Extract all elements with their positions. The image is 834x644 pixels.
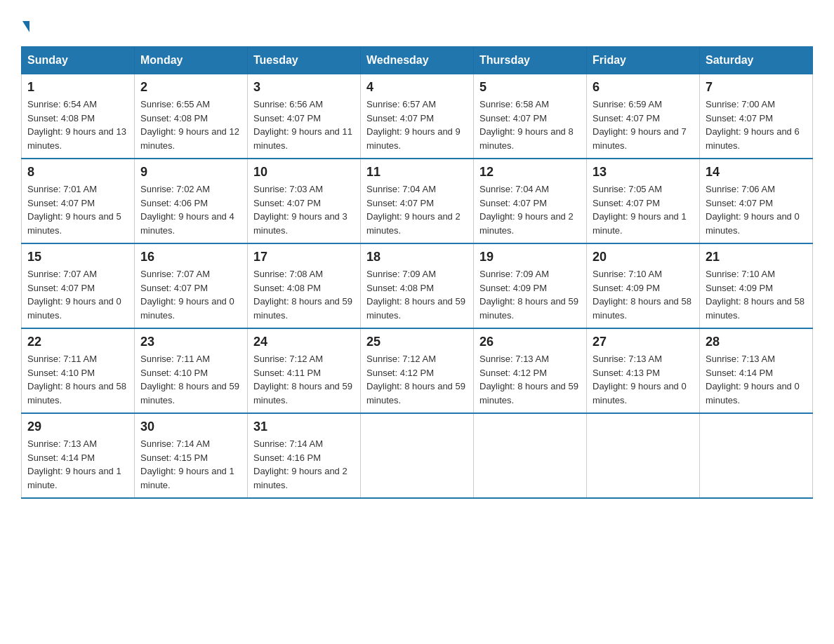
- day-info: Sunrise: 7:04 AMSunset: 4:07 PMDaylight:…: [479, 182, 581, 237]
- calendar-cell: 18Sunrise: 7:09 AMSunset: 4:08 PMDayligh…: [361, 243, 474, 328]
- day-number: 18: [366, 250, 468, 264]
- day-info: Sunrise: 7:12 AMSunset: 4:11 PMDaylight:…: [253, 352, 355, 407]
- day-number: 27: [593, 335, 694, 349]
- day-number: 16: [140, 250, 241, 264]
- calendar-cell: 4Sunrise: 6:57 AMSunset: 4:07 PMDaylight…: [361, 74, 474, 159]
- calendar-cell: [474, 413, 587, 498]
- day-number: 17: [253, 250, 355, 264]
- calendar-cell: 14Sunrise: 7:06 AMSunset: 4:07 PMDayligh…: [700, 159, 813, 243]
- calendar-header-row: SundayMondayTuesdayWednesdayThursdayFrid…: [22, 47, 813, 74]
- calendar-day-header: Saturday: [700, 47, 813, 74]
- calendar-cell: 31Sunrise: 7:14 AMSunset: 4:16 PMDayligh…: [248, 413, 361, 498]
- calendar-cell: 2Sunrise: 6:55 AMSunset: 4:08 PMDaylight…: [135, 74, 248, 159]
- day-info: Sunrise: 7:03 AMSunset: 4:07 PMDaylight:…: [253, 182, 355, 237]
- calendar-week-row: 15Sunrise: 7:07 AMSunset: 4:07 PMDayligh…: [22, 243, 813, 328]
- calendar-cell: 15Sunrise: 7:07 AMSunset: 4:07 PMDayligh…: [22, 243, 135, 328]
- day-info: Sunrise: 6:57 AMSunset: 4:07 PMDaylight:…: [366, 98, 468, 152]
- calendar-cell: 5Sunrise: 6:58 AMSunset: 4:07 PMDaylight…: [474, 74, 587, 159]
- calendar-cell: 17Sunrise: 7:08 AMSunset: 4:08 PMDayligh…: [248, 243, 361, 328]
- day-number: 2: [140, 80, 241, 95]
- day-info: Sunrise: 7:00 AMSunset: 4:07 PMDaylight:…: [706, 98, 807, 152]
- calendar-cell: 13Sunrise: 7:05 AMSunset: 4:07 PMDayligh…: [587, 159, 700, 243]
- calendar-cell: [700, 413, 813, 498]
- day-number: 20: [593, 250, 694, 264]
- day-number: 14: [706, 165, 807, 180]
- day-number: 10: [253, 165, 355, 180]
- day-info: Sunrise: 6:59 AMSunset: 4:07 PMDaylight:…: [593, 98, 694, 152]
- day-info: Sunrise: 7:13 AMSunset: 4:13 PMDaylight:…: [593, 352, 694, 407]
- day-number: 4: [366, 80, 468, 95]
- calendar-cell: 11Sunrise: 7:04 AMSunset: 4:07 PMDayligh…: [361, 159, 474, 243]
- page-header: [21, 21, 813, 32]
- day-info: Sunrise: 7:05 AMSunset: 4:07 PMDaylight:…: [593, 182, 694, 237]
- calendar-cell: 1Sunrise: 6:54 AMSunset: 4:08 PMDaylight…: [22, 74, 135, 159]
- day-info: Sunrise: 7:01 AMSunset: 4:07 PMDaylight:…: [27, 182, 128, 237]
- day-info: Sunrise: 7:09 AMSunset: 4:09 PMDaylight:…: [479, 267, 581, 322]
- day-info: Sunrise: 6:54 AMSunset: 4:08 PMDaylight:…: [27, 98, 128, 152]
- calendar-cell: 7Sunrise: 7:00 AMSunset: 4:07 PMDaylight…: [700, 74, 813, 159]
- day-info: Sunrise: 7:07 AMSunset: 4:07 PMDaylight:…: [140, 267, 241, 322]
- day-info: Sunrise: 7:08 AMSunset: 4:08 PMDaylight:…: [253, 267, 355, 322]
- calendar-cell: 22Sunrise: 7:11 AMSunset: 4:10 PMDayligh…: [22, 328, 135, 413]
- calendar-cell: 12Sunrise: 7:04 AMSunset: 4:07 PMDayligh…: [474, 159, 587, 243]
- day-info: Sunrise: 7:10 AMSunset: 4:09 PMDaylight:…: [706, 267, 807, 322]
- day-number: 11: [366, 165, 468, 180]
- calendar-week-row: 8Sunrise: 7:01 AMSunset: 4:07 PMDaylight…: [22, 159, 813, 243]
- calendar-cell: 6Sunrise: 6:59 AMSunset: 4:07 PMDaylight…: [587, 74, 700, 159]
- day-info: Sunrise: 7:13 AMSunset: 4:12 PMDaylight:…: [479, 352, 581, 407]
- calendar-table: SundayMondayTuesdayWednesdayThursdayFrid…: [21, 46, 813, 499]
- calendar-cell: 3Sunrise: 6:56 AMSunset: 4:07 PMDaylight…: [248, 74, 361, 159]
- day-info: Sunrise: 7:14 AMSunset: 4:15 PMDaylight:…: [140, 437, 241, 492]
- day-number: 23: [140, 335, 241, 349]
- day-number: 26: [479, 335, 581, 349]
- day-number: 9: [140, 165, 241, 180]
- day-number: 7: [706, 80, 807, 95]
- calendar-cell: 26Sunrise: 7:13 AMSunset: 4:12 PMDayligh…: [474, 328, 587, 413]
- calendar-cell: 10Sunrise: 7:03 AMSunset: 4:07 PMDayligh…: [248, 159, 361, 243]
- calendar-day-header: Friday: [587, 47, 700, 74]
- calendar-week-row: 29Sunrise: 7:13 AMSunset: 4:14 PMDayligh…: [22, 413, 813, 498]
- day-number: 24: [253, 335, 355, 349]
- calendar-cell: 16Sunrise: 7:07 AMSunset: 4:07 PMDayligh…: [135, 243, 248, 328]
- day-number: 25: [366, 335, 468, 349]
- calendar-cell: 19Sunrise: 7:09 AMSunset: 4:09 PMDayligh…: [474, 243, 587, 328]
- day-info: Sunrise: 7:09 AMSunset: 4:08 PMDaylight:…: [366, 267, 468, 322]
- calendar-cell: 8Sunrise: 7:01 AMSunset: 4:07 PMDaylight…: [22, 159, 135, 243]
- logo-triangle-icon: [22, 21, 29, 32]
- day-number: 8: [27, 165, 128, 180]
- calendar-day-header: Sunday: [22, 47, 135, 74]
- calendar-cell: 30Sunrise: 7:14 AMSunset: 4:15 PMDayligh…: [135, 413, 248, 498]
- day-info: Sunrise: 7:14 AMSunset: 4:16 PMDaylight:…: [253, 437, 355, 492]
- day-info: Sunrise: 7:11 AMSunset: 4:10 PMDaylight:…: [140, 352, 241, 407]
- day-info: Sunrise: 7:06 AMSunset: 4:07 PMDaylight:…: [706, 182, 807, 237]
- day-number: 31: [253, 420, 355, 434]
- day-number: 5: [479, 80, 581, 95]
- day-info: Sunrise: 7:04 AMSunset: 4:07 PMDaylight:…: [366, 182, 468, 237]
- day-number: 1: [27, 80, 128, 95]
- day-number: 13: [593, 165, 694, 180]
- day-info: Sunrise: 6:58 AMSunset: 4:07 PMDaylight:…: [479, 98, 581, 152]
- day-number: 21: [706, 250, 807, 264]
- calendar-cell: 29Sunrise: 7:13 AMSunset: 4:14 PMDayligh…: [22, 413, 135, 498]
- day-number: 6: [593, 80, 694, 95]
- calendar-cell: 24Sunrise: 7:12 AMSunset: 4:11 PMDayligh…: [248, 328, 361, 413]
- day-number: 30: [140, 420, 241, 434]
- calendar-cell: 28Sunrise: 7:13 AMSunset: 4:14 PMDayligh…: [700, 328, 813, 413]
- calendar-day-header: Thursday: [474, 47, 587, 74]
- day-number: 22: [27, 335, 128, 349]
- day-number: 19: [479, 250, 581, 264]
- calendar-cell: [587, 413, 700, 498]
- calendar-cell: 23Sunrise: 7:11 AMSunset: 4:10 PMDayligh…: [135, 328, 248, 413]
- calendar-cell: 25Sunrise: 7:12 AMSunset: 4:12 PMDayligh…: [361, 328, 474, 413]
- calendar-week-row: 1Sunrise: 6:54 AMSunset: 4:08 PMDaylight…: [22, 74, 813, 159]
- calendar-cell: 9Sunrise: 7:02 AMSunset: 4:06 PMDaylight…: [135, 159, 248, 243]
- calendar-cell: [361, 413, 474, 498]
- day-info: Sunrise: 7:10 AMSunset: 4:09 PMDaylight:…: [593, 267, 694, 322]
- day-number: 15: [27, 250, 128, 264]
- day-info: Sunrise: 6:56 AMSunset: 4:07 PMDaylight:…: [253, 98, 355, 152]
- logo: [21, 21, 29, 32]
- calendar-cell: 27Sunrise: 7:13 AMSunset: 4:13 PMDayligh…: [587, 328, 700, 413]
- day-info: Sunrise: 7:12 AMSunset: 4:12 PMDaylight:…: [366, 352, 468, 407]
- day-number: 12: [479, 165, 581, 180]
- day-info: Sunrise: 6:55 AMSunset: 4:08 PMDaylight:…: [140, 98, 241, 152]
